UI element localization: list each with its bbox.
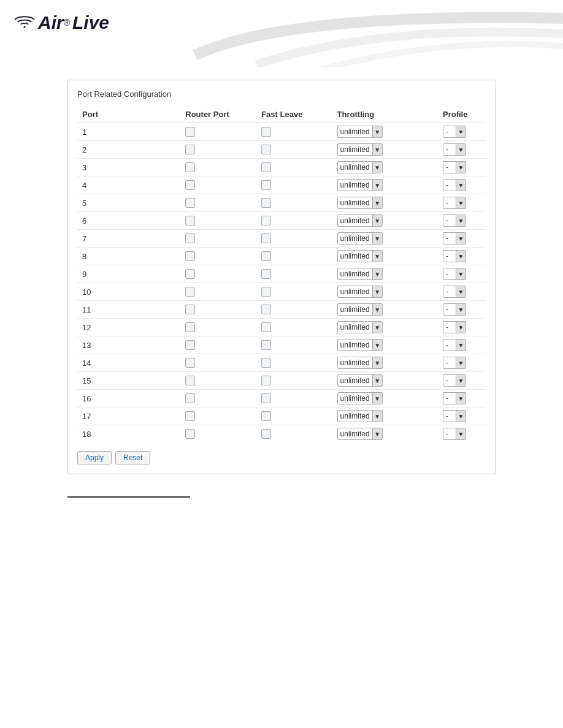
fast-leave-cell[interactable] (256, 176, 332, 194)
profile-cell[interactable]: -▼ (438, 248, 486, 265)
fast-leave-cell[interactable] (256, 159, 332, 176)
throttling-select[interactable]: unlimited▼ (337, 374, 383, 387)
router-port-cell[interactable] (180, 301, 256, 319)
profile-dropdown-arrow[interactable]: ▼ (456, 214, 465, 227)
throttling-dropdown-arrow[interactable]: ▼ (372, 214, 382, 227)
fast-leave-checkbox[interactable] (261, 216, 271, 226)
fast-leave-checkbox[interactable] (261, 127, 271, 137)
router-port-cell[interactable] (180, 141, 256, 159)
profile-cell[interactable]: -▼ (438, 141, 486, 159)
router-port-checkbox[interactable] (185, 269, 195, 279)
router-port-cell[interactable] (180, 354, 256, 372)
throttling-cell[interactable]: unlimited▼ (332, 194, 438, 212)
profile-dropdown-arrow[interactable]: ▼ (456, 374, 465, 387)
fast-leave-checkbox[interactable] (261, 376, 271, 385)
router-port-cell[interactable] (180, 123, 256, 141)
profile-select[interactable]: -▼ (443, 143, 466, 156)
throttling-cell[interactable]: unlimited▼ (332, 425, 438, 443)
throttling-select[interactable]: unlimited▼ (337, 232, 383, 245)
profile-select[interactable]: -▼ (443, 250, 466, 262)
fast-leave-cell[interactable] (256, 425, 332, 443)
router-port-checkbox[interactable] (185, 180, 195, 190)
profile-select[interactable]: -▼ (443, 321, 466, 333)
throttling-select[interactable]: unlimited▼ (337, 303, 383, 316)
profile-select[interactable]: -▼ (443, 303, 466, 316)
profile-cell[interactable]: -▼ (438, 212, 486, 230)
fast-leave-cell[interactable] (256, 372, 332, 390)
profile-dropdown-arrow[interactable]: ▼ (456, 161, 465, 173)
fast-leave-checkbox[interactable] (261, 287, 271, 297)
router-port-checkbox[interactable] (185, 393, 195, 403)
profile-select[interactable]: -▼ (443, 392, 466, 404)
throttling-cell[interactable]: unlimited▼ (332, 230, 438, 248)
profile-dropdown-arrow[interactable]: ▼ (456, 321, 465, 333)
profile-select[interactable]: -▼ (443, 126, 466, 138)
router-port-cell[interactable] (180, 372, 256, 390)
throttling-dropdown-arrow[interactable]: ▼ (372, 143, 382, 156)
throttling-cell[interactable]: unlimited▼ (332, 265, 438, 283)
fast-leave-checkbox[interactable] (261, 198, 271, 208)
router-port-checkbox[interactable] (185, 127, 195, 137)
throttling-cell[interactable]: unlimited▼ (332, 301, 438, 319)
router-port-checkbox[interactable] (185, 233, 195, 243)
fast-leave-checkbox[interactable] (261, 429, 271, 439)
profile-cell[interactable]: -▼ (438, 408, 486, 425)
throttling-cell[interactable]: unlimited▼ (332, 248, 438, 265)
profile-dropdown-arrow[interactable]: ▼ (456, 303, 465, 316)
fast-leave-cell[interactable] (256, 248, 332, 265)
router-port-checkbox[interactable] (185, 340, 195, 350)
fast-leave-cell[interactable] (256, 141, 332, 159)
router-port-cell[interactable] (180, 194, 256, 212)
fast-leave-checkbox[interactable] (261, 145, 271, 154)
router-port-checkbox[interactable] (185, 322, 195, 332)
profile-cell[interactable]: -▼ (438, 230, 486, 248)
profile-dropdown-arrow[interactable]: ▼ (456, 250, 465, 262)
profile-select[interactable]: -▼ (443, 339, 466, 351)
throttling-select[interactable]: unlimited▼ (337, 214, 383, 227)
profile-cell[interactable]: -▼ (438, 372, 486, 390)
router-port-checkbox[interactable] (185, 429, 195, 439)
throttling-cell[interactable]: unlimited▼ (332, 408, 438, 425)
profile-select[interactable]: -▼ (443, 410, 466, 422)
profile-cell[interactable]: -▼ (438, 159, 486, 176)
fast-leave-checkbox[interactable] (261, 269, 271, 279)
profile-dropdown-arrow[interactable]: ▼ (456, 232, 465, 245)
router-port-cell[interactable] (180, 248, 256, 265)
profile-dropdown-arrow[interactable]: ▼ (456, 143, 465, 156)
router-port-cell[interactable] (180, 230, 256, 248)
throttling-select[interactable]: unlimited▼ (337, 321, 383, 333)
throttling-select[interactable]: unlimited▼ (337, 392, 383, 404)
router-port-checkbox[interactable] (185, 358, 195, 368)
profile-cell[interactable]: -▼ (438, 301, 486, 319)
profile-select[interactable]: -▼ (443, 232, 466, 245)
throttling-select[interactable]: unlimited▼ (337, 410, 383, 422)
router-port-cell[interactable] (180, 408, 256, 425)
throttling-select[interactable]: unlimited▼ (337, 143, 383, 156)
fast-leave-checkbox[interactable] (261, 411, 271, 421)
throttling-select[interactable]: unlimited▼ (337, 126, 383, 138)
throttling-select[interactable]: unlimited▼ (337, 179, 383, 191)
fast-leave-cell[interactable] (256, 390, 332, 408)
profile-dropdown-arrow[interactable]: ▼ (456, 286, 465, 298)
throttling-cell[interactable]: unlimited▼ (332, 123, 438, 141)
profile-select[interactable]: -▼ (443, 428, 466, 440)
fast-leave-checkbox[interactable] (261, 393, 271, 403)
throttling-select[interactable]: unlimited▼ (337, 268, 383, 280)
fast-leave-cell[interactable] (256, 194, 332, 212)
router-port-checkbox[interactable] (185, 145, 195, 154)
router-port-cell[interactable] (180, 159, 256, 176)
fast-leave-cell[interactable] (256, 212, 332, 230)
fast-leave-checkbox[interactable] (261, 305, 271, 314)
profile-dropdown-arrow[interactable]: ▼ (456, 126, 465, 138)
profile-dropdown-arrow[interactable]: ▼ (456, 392, 465, 404)
fast-leave-checkbox[interactable] (261, 162, 271, 172)
throttling-dropdown-arrow[interactable]: ▼ (372, 250, 382, 262)
profile-cell[interactable]: -▼ (438, 319, 486, 336)
profile-dropdown-arrow[interactable]: ▼ (456, 428, 465, 440)
throttling-dropdown-arrow[interactable]: ▼ (372, 126, 382, 138)
throttling-dropdown-arrow[interactable]: ▼ (372, 179, 382, 191)
throttling-dropdown-arrow[interactable]: ▼ (372, 428, 382, 440)
profile-dropdown-arrow[interactable]: ▼ (456, 339, 465, 351)
throttling-cell[interactable]: unlimited▼ (332, 283, 438, 301)
profile-cell[interactable]: -▼ (438, 176, 486, 194)
